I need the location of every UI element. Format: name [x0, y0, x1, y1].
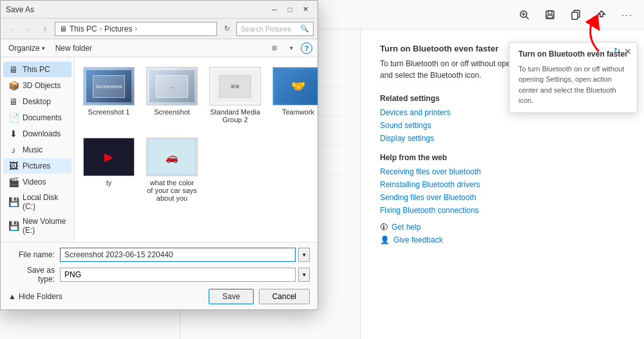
downloads-label: Downloads	[23, 129, 61, 138]
svg-line-7	[526, 17, 529, 19]
documents-label: Documents	[23, 113, 62, 122]
dialog-sidebar: 🖥 This PC 📦 3D Objects 🖥 Desktop 📄 Docum…	[1, 57, 75, 242]
notif-spinner: ↻	[614, 46, 620, 55]
filename-label: File name:	[8, 250, 55, 259]
link-sound-settings[interactable]: Sound settings	[380, 121, 625, 130]
filename-dropdown-button[interactable]: ▾	[298, 248, 310, 262]
dialog-file-area: Screenshot Screenshot 1 ... Screenshot	[75, 57, 317, 242]
view-options-button[interactable]: ⊞	[267, 41, 281, 55]
pictures-icon: 🖼	[8, 161, 19, 171]
forward-button[interactable]: ›	[21, 22, 35, 36]
breadcrumb-pictures: Pictures	[104, 24, 132, 33]
dialog-close-button[interactable]: ✕	[298, 4, 312, 15]
back-button[interactable]: ‹	[5, 22, 19, 36]
dialog-minimize-button[interactable]: ─	[267, 4, 281, 15]
downloads-icon: ⬇	[8, 129, 19, 139]
file-name-teamwork: Teamwork	[282, 108, 314, 116]
new-volume-e-icon: 💾	[8, 221, 19, 231]
file-item-car[interactable]: 🚗 what the color of your car says about …	[143, 133, 201, 206]
dialog-controls: ─ □ ✕	[267, 4, 312, 15]
dialog-organize-toolbar: Organize ▾ New folder ⊞ ▾ ?	[1, 39, 317, 57]
file-thumbnail-car: 🚗	[146, 138, 198, 176]
view-dropdown-button[interactable]: ▾	[284, 41, 298, 55]
file-item-standard-media[interactable]: ⊞⊞ Standard Media Group 2	[206, 62, 264, 128]
music-icon: ♪	[8, 145, 19, 155]
search-box[interactable]: Search Pictures 🔍	[236, 22, 314, 36]
up-button[interactable]: ↑	[38, 22, 52, 36]
file-thumbnail-screenshot1: Screenshot	[83, 67, 135, 105]
copy-button[interactable]	[565, 5, 586, 25]
address-bar[interactable]: 🖥 This PC › Pictures ›	[55, 22, 217, 36]
file-item-ty[interactable]: ▶ ty	[80, 133, 138, 206]
local-disk-c-icon: 💾	[8, 197, 19, 207]
give-feedback-item: 👤 Give feedback	[380, 235, 625, 244]
breadcrumb-sep: ›	[100, 25, 102, 32]
new-folder-button[interactable]: New folder	[53, 42, 95, 54]
sidebar-music[interactable]: ♪ Music	[3, 142, 71, 158]
help-sending-files[interactable]: Sending files over Bluetooth	[380, 193, 625, 202]
filename-input[interactable]	[60, 248, 296, 262]
file-thumbnail-standard-media: ⊞⊞	[209, 67, 261, 105]
sidebar-documents[interactable]: 📄 Documents	[3, 110, 71, 125]
notification-popup: ↻ ✕ Turn on Bluetooth even faster To tur…	[509, 42, 638, 113]
get-help-item: 🛈 Get help	[380, 223, 625, 232]
sidebar-new-volume-e[interactable]: 💾 New Volume (E:)	[3, 214, 71, 237]
filetype-display: PNG	[60, 268, 296, 282]
refresh-button[interactable]: ↻	[220, 22, 234, 36]
help-reinstalling-drivers[interactable]: Reinstalling Bluetooth drivers	[380, 180, 625, 189]
filetype-dropdown-button[interactable]: ▾	[298, 268, 310, 282]
file-item-teamwork[interactable]: 🤝 Teamwork	[269, 62, 317, 128]
desktop-label: Desktop	[23, 97, 51, 106]
documents-icon: 📄	[8, 113, 19, 123]
notif-close-button[interactable]: ✕	[624, 46, 632, 57]
local-disk-c-label: Local Disk (C:)	[23, 193, 66, 211]
organize-button[interactable]: Organize ▾	[6, 42, 48, 54]
desktop-icon: 🖥	[8, 96, 19, 107]
cancel-button[interactable]: Cancel	[259, 289, 310, 304]
bg-toolbar-right: ···	[514, 5, 638, 25]
help-receiving-files[interactable]: Receiving files over bluetooth	[380, 167, 625, 176]
zoom-in-button[interactable]	[514, 5, 535, 25]
save-button[interactable]	[540, 5, 560, 25]
filetype-label: Save as type:	[8, 266, 55, 284]
file-thumbnail-screenshot: ...	[146, 67, 198, 105]
sidebar-this-pc[interactable]: 🖥 This PC	[3, 62, 71, 77]
pictures-label: Pictures	[23, 161, 50, 170]
hide-folders-label: Hide Folders	[19, 292, 62, 301]
notif-title: Turn on Bluetooth even faster	[518, 49, 628, 60]
3d-objects-label: 3D Objects	[23, 81, 61, 90]
get-help-link[interactable]: Get help	[392, 223, 421, 232]
sidebar-pictures[interactable]: 🖼 Pictures	[3, 158, 71, 174]
sidebar-3d-objects[interactable]: 📦 3D Objects	[3, 78, 71, 93]
save-button[interactable]: Save	[209, 289, 253, 304]
hide-folders-chevron-icon: ▲	[8, 292, 16, 301]
give-feedback-link[interactable]: Give feedback	[393, 235, 443, 244]
search-icon: 🔍	[300, 24, 309, 33]
file-item-screenshot1[interactable]: Screenshot Screenshot 1	[80, 62, 138, 128]
sidebar-desktop[interactable]: 🖥 Desktop	[3, 94, 71, 109]
share-button[interactable]	[591, 5, 612, 25]
address-icon: 🖥	[59, 24, 67, 33]
this-pc-label: This PC	[23, 65, 50, 74]
link-display-settings[interactable]: Display settings	[380, 134, 625, 143]
sidebar-local-disk-c[interactable]: 💾 Local Disk (C:)	[3, 190, 71, 214]
sidebar-videos[interactable]: 🎬 Videos	[3, 174, 71, 190]
videos-label: Videos	[23, 178, 46, 187]
help-button[interactable]: ?	[301, 42, 312, 54]
help-fixing-connections[interactable]: Fixing Bluetooth connections	[380, 206, 625, 215]
more-button[interactable]: ···	[617, 5, 638, 25]
breadcrumb-end-sep: ›	[135, 25, 137, 32]
breadcrumb-this-pc: This PC	[70, 24, 97, 33]
file-name-screenshot1: Screenshot 1	[88, 108, 130, 116]
give-feedback-icon: 👤	[380, 235, 390, 244]
hide-folders-toggle[interactable]: ▲ Hide Folders	[8, 289, 62, 304]
dialog-maximize-button[interactable]: □	[283, 4, 297, 15]
notif-body: To turn Bluetooth on or off without open…	[518, 64, 628, 106]
file-item-screenshot[interactable]: ... Screenshot	[143, 62, 201, 128]
dialog-main-area: 🖥 This PC 📦 3D Objects 🖥 Desktop 📄 Docum…	[1, 57, 317, 242]
file-name-standard-media: Standard Media Group 2	[209, 108, 261, 124]
file-grid: Screenshot Screenshot 1 ... Screenshot	[80, 62, 312, 206]
help-title: Help from the web	[380, 153, 625, 162]
sidebar-downloads[interactable]: ⬇ Downloads	[3, 126, 71, 142]
dialog-titlebar: Save As ─ □ ✕	[1, 1, 317, 19]
